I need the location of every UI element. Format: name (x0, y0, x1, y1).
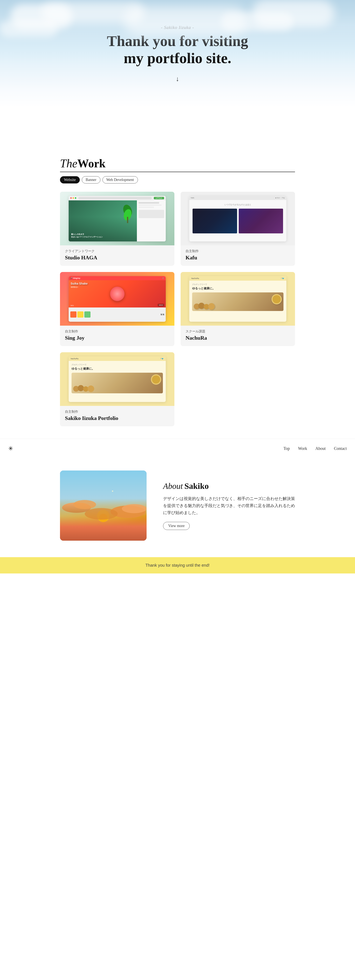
work-card-title-nachura: NachuRa (181, 335, 295, 341)
filter-website[interactable]: Website (60, 176, 80, 183)
filter-webdev[interactable]: Web Development (103, 176, 138, 183)
about-heading-the: About (163, 481, 183, 491)
hero-title: Thank you for visiting my portfolio site… (107, 33, 248, 67)
hero-arrow: ↓ (176, 75, 179, 83)
about-image (60, 471, 147, 541)
filter-bar: Website Banner Web Development (60, 176, 295, 183)
hero-subtitle: - Sakiko Iizuka - (161, 25, 194, 30)
work-grid: お申込み 暮らしの生き方住まいはパーソナルファンデーション (60, 192, 295, 346)
svg-point-8 (112, 490, 113, 492)
work-card-nachura[interactable]: NachuRa f 🐦 グルテンフリーで ゆるっと健康に。 (181, 272, 295, 346)
filter-banner[interactable]: Banner (82, 176, 100, 183)
work-card-tag-studio: クライアントワーク (60, 245, 174, 255)
work-card-title-singjoy: Sing Joy (60, 335, 174, 341)
footer-link-about[interactable]: About (315, 446, 326, 451)
work-card-singjoy[interactable]: 🎤 SingJoy 🛒 Suika Shake 期間限定!! NEW! 8/31 (60, 272, 174, 346)
work-card-img-studio: お申込み 暮らしの生き方住まいはパーソナルファンデーション (60, 192, 174, 245)
bottom-footer: Thank you for staying until the end! (0, 557, 355, 573)
work-card-tag-singjoy: 自主制作 (60, 326, 174, 335)
work-card-title-kafu: Kafu (181, 255, 295, 261)
svg-point-4 (73, 500, 96, 509)
work-title-text: Work (77, 157, 106, 170)
work-card-studio-haga[interactable]: お申込み 暮らしの生き方住まいはパーソナルファンデーション (60, 192, 174, 266)
footer-logo: ✳ (8, 445, 13, 452)
footer-links: Top Work About Contact (284, 446, 347, 451)
footer-nav: ✳ Top Work About Contact (0, 439, 355, 458)
about-content: About Sakiko デザインは視覚的な美しさだけでなく、相手のニーズに合わ… (163, 481, 295, 530)
footer-link-top[interactable]: Top (284, 446, 290, 451)
empty-grid-cell (181, 352, 295, 426)
about-image-inner (60, 471, 147, 541)
mockup-singjoy: 🎤 SingJoy 🛒 Suika Shake 期間限定!! NEW! 8/31 (60, 272, 174, 326)
work-card-tag-nachura: スクール課題 (181, 326, 295, 335)
about-heading-name: Sakiko (184, 481, 209, 491)
mockup-nachura: NachuRa f 🐦 グルテンフリーで ゆるっと健康に。 (181, 272, 295, 326)
work-card-tag-kafu: 自主制作 (181, 245, 295, 255)
footer-link-contact[interactable]: Contact (334, 446, 347, 451)
work-card-portfolio[interactable]: NachuRa f 🐦 グルテンフリーで ゆるっと健康に。 (60, 352, 174, 426)
work-card-img-portfolio: NachuRa f 🐦 グルテンフリーで ゆるっと健康に。 (60, 352, 174, 406)
mockup-kafu: Kafu ▶ Next → Play いつでひろがるものとはほと (181, 192, 295, 245)
work-card-img-nachura: NachuRa f 🐦 グルテンフリーで ゆるっと健康に。 (181, 272, 295, 326)
work-card-kafu[interactable]: Kafu ▶ Next → Play いつでひろがるものとはほと (181, 192, 295, 266)
work-divider (60, 172, 295, 172)
bottom-footer-text: Thank you for staying until the end! (145, 563, 209, 568)
work-card-title-studio: Studio HAGA (60, 255, 174, 261)
about-text: デザインは視覚的な美しさだけでなく、相手のニーズに合わせた解決策を提供できる魅力… (163, 495, 295, 516)
work-card-title-portfolio: Sakiko Iizuka Portfolio (60, 415, 174, 422)
hero-section: - Sakiko Iizuka - Thank you for visiting… (0, 0, 355, 120)
work-section: The Work Website Banner Web Development … (56, 157, 299, 439)
work-card-tag-portfolio: 自主制作 (60, 406, 174, 415)
work-the: The (60, 157, 77, 170)
svg-point-7 (85, 508, 118, 520)
work-header: The Work (60, 157, 295, 170)
work-card-img-singjoy: 🎤 SingJoy 🛒 Suika Shake 期間限定!! NEW! 8/31 (60, 272, 174, 326)
footer-link-work[interactable]: Work (298, 446, 307, 451)
about-section: About Sakiko デザインは視覚的な美しさだけでなく、相手のニーズに合わ… (56, 458, 299, 557)
svg-point-6 (122, 504, 147, 513)
view-more-button[interactable]: View more (163, 522, 190, 530)
work-card-img-kafu: Kafu ▶ Next → Play いつでひろがるものとはほと (181, 192, 295, 245)
mockup-studio-haga: お申込み 暮らしの生き方住まいはパーソナルファンデーション (60, 192, 174, 245)
about-heading: About Sakiko (163, 481, 295, 491)
hero-spacer (0, 120, 355, 157)
mockup-portfolio: NachuRa f 🐦 グルテンフリーで ゆるっと健康に。 (60, 352, 174, 406)
